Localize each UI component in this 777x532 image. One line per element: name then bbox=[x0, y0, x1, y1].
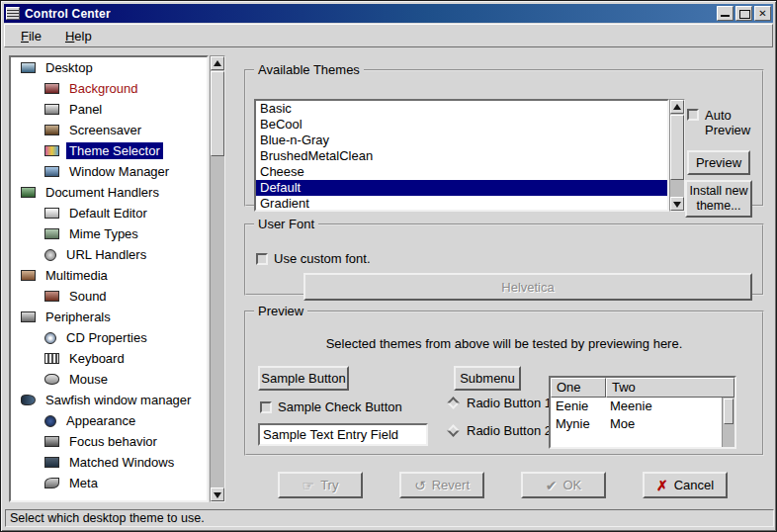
try-button[interactable]: ☞ Try bbox=[278, 472, 363, 498]
tree-item-sound[interactable]: Sound bbox=[11, 286, 207, 307]
sample-check-button[interactable]: Sample Check Button bbox=[260, 399, 402, 414]
tree-item-theme-selector[interactable]: Theme Selector bbox=[11, 140, 207, 161]
window-menu-icon[interactable] bbox=[6, 7, 20, 20]
titlebar[interactable]: Control Center bbox=[4, 4, 773, 23]
radio-button-1[interactable]: Radio Button 1 bbox=[446, 396, 552, 410]
revert-button[interactable]: ↺ Revert bbox=[399, 472, 484, 498]
url-handlers-icon bbox=[44, 249, 56, 261]
revert-icon: ↺ bbox=[414, 478, 426, 493]
tree-scroll-thumb[interactable] bbox=[211, 71, 224, 156]
table-scroll-thumb[interactable] bbox=[724, 399, 734, 424]
tree-item-document-handlers[interactable]: Document Handlers bbox=[11, 182, 207, 203]
theme-item[interactable]: Cheese bbox=[256, 164, 667, 180]
tree-item-peripherals[interactable]: Peripherals bbox=[11, 307, 207, 327]
radio-2-label: Radio Button 2 bbox=[467, 423, 552, 438]
tree-item-desktop[interactable]: Desktop bbox=[11, 57, 207, 78]
window-title: Control Center bbox=[25, 7, 111, 21]
maximize-icon[interactable] bbox=[735, 6, 752, 21]
tree-item-mouse[interactable]: Mouse bbox=[11, 369, 207, 390]
appearance-icon bbox=[44, 415, 56, 427]
checkbox-icon bbox=[260, 401, 272, 413]
tree-item-sawfish[interactable]: Sawfish window manager bbox=[11, 390, 207, 410]
sample-text-entry[interactable] bbox=[258, 423, 428, 446]
cancel-icon: ✗ bbox=[656, 478, 668, 493]
tree-item-window-manager[interactable]: Window Manager bbox=[11, 161, 207, 182]
tree-item-panel[interactable]: Panel bbox=[11, 99, 207, 120]
document-handlers-icon bbox=[21, 187, 36, 198]
close-icon[interactable] bbox=[754, 6, 771, 21]
tree-item-meta[interactable]: Meta bbox=[11, 473, 207, 493]
table-header-two[interactable]: Two bbox=[606, 378, 734, 398]
table-row[interactable]: Mynie Moe bbox=[551, 415, 734, 433]
preview-caption: Selected themes from above will be teste… bbox=[246, 336, 762, 351]
scroll-up-icon[interactable] bbox=[211, 56, 224, 70]
tree-item-default-editor[interactable]: Default Editor bbox=[11, 203, 207, 223]
table-header-one[interactable]: One bbox=[551, 378, 606, 398]
table-scrollbar[interactable] bbox=[722, 398, 734, 447]
multimedia-icon bbox=[21, 270, 36, 281]
minimize-icon[interactable] bbox=[717, 6, 734, 21]
background-icon bbox=[44, 83, 59, 94]
desktop-icon bbox=[21, 62, 36, 73]
focus-behavior-icon bbox=[44, 436, 59, 447]
menu-file[interactable]: File bbox=[9, 27, 53, 45]
tree-item-url-handlers[interactable]: URL Handlers bbox=[11, 244, 207, 265]
install-new-theme-button[interactable]: Install new theme... bbox=[685, 180, 752, 218]
sample-check-label: Sample Check Button bbox=[278, 399, 402, 414]
tree-scrollbar[interactable] bbox=[210, 55, 225, 502]
tree-item-mime-types[interactable]: Mime Types bbox=[11, 223, 207, 244]
table-row[interactable]: Eenie Meenie bbox=[551, 398, 734, 415]
theme-item[interactable]: Gradient bbox=[256, 196, 667, 212]
status-text: Select which desktop theme to use. bbox=[10, 511, 205, 525]
tree-item-keyboard[interactable]: Keyboard bbox=[11, 348, 207, 369]
theme-item[interactable]: BrushedMetalClean bbox=[256, 148, 667, 164]
submenu-button[interactable]: Submenu bbox=[454, 366, 521, 391]
menubar: File Help bbox=[4, 24, 773, 47]
scroll-down-icon[interactable] bbox=[211, 488, 224, 501]
tree-item-cd-properties[interactable]: CD Properties bbox=[11, 327, 207, 348]
sound-icon bbox=[44, 291, 59, 302]
auto-preview-label: Auto Preview bbox=[705, 109, 762, 138]
checkbox-icon bbox=[256, 253, 268, 265]
radio-button-2[interactable]: Radio Button 2 bbox=[446, 423, 552, 438]
default-editor-icon bbox=[44, 208, 59, 219]
theme-item[interactable]: Basic bbox=[256, 101, 667, 117]
menu-help[interactable]: Help bbox=[53, 27, 104, 45]
themes-scroll-thumb[interactable] bbox=[670, 115, 684, 180]
keyboard-icon bbox=[44, 353, 59, 364]
sample-button[interactable]: Sample Button bbox=[258, 366, 349, 391]
radio-icon bbox=[447, 397, 460, 409]
available-themes-label: Available Themes bbox=[254, 62, 364, 77]
screensaver-icon bbox=[44, 125, 59, 135]
user-font-label: User Font bbox=[254, 217, 318, 231]
capplet-tree: Desktop Background Panel Screensaver The… bbox=[9, 55, 209, 502]
preview-frame: Preview Selected themes from above will … bbox=[244, 304, 764, 456]
preview-button[interactable]: Preview bbox=[687, 150, 750, 175]
tree-item-multimedia[interactable]: Multimedia bbox=[11, 265, 207, 286]
scroll-up-icon[interactable] bbox=[670, 100, 684, 114]
sawfish-icon bbox=[21, 395, 36, 405]
cancel-button[interactable]: ✗ Cancel bbox=[643, 472, 728, 498]
scroll-down-icon[interactable] bbox=[670, 197, 684, 211]
theme-item[interactable]: Blue-n-Gray bbox=[256, 133, 667, 148]
available-themes-frame: Available Themes Basic BeCool Blue-n-Gra… bbox=[244, 62, 764, 207]
tree-item-screensaver[interactable]: Screensaver bbox=[11, 120, 207, 140]
tree-item-appearance[interactable]: Appearance bbox=[11, 410, 207, 431]
tree-item-matched-windows[interactable]: Matched Windows bbox=[11, 452, 207, 473]
ok-button[interactable]: ✔ OK bbox=[521, 472, 606, 498]
cd-properties-icon bbox=[44, 332, 56, 344]
theme-item[interactable]: BeCool bbox=[256, 117, 667, 133]
radio-icon bbox=[447, 424, 460, 437]
theme-selector-icon bbox=[44, 145, 59, 156]
ok-icon: ✔ bbox=[546, 478, 558, 493]
font-picker-button[interactable]: Helvetica bbox=[303, 273, 752, 301]
tree-item-focus-behavior[interactable]: Focus behavior bbox=[11, 431, 207, 452]
sample-table: One Two Eenie Meenie Mynie Moe bbox=[549, 376, 736, 449]
preview-label: Preview bbox=[254, 304, 307, 318]
themes-scrollbar[interactable] bbox=[669, 99, 685, 212]
use-custom-font-checkbox[interactable]: Use custom font. bbox=[256, 251, 371, 266]
auto-preview-checkbox[interactable]: Auto Preview bbox=[687, 109, 762, 138]
mouse-icon bbox=[44, 374, 59, 385]
theme-item-selected[interactable]: Default bbox=[256, 180, 667, 196]
tree-item-background[interactable]: Background bbox=[11, 78, 207, 99]
